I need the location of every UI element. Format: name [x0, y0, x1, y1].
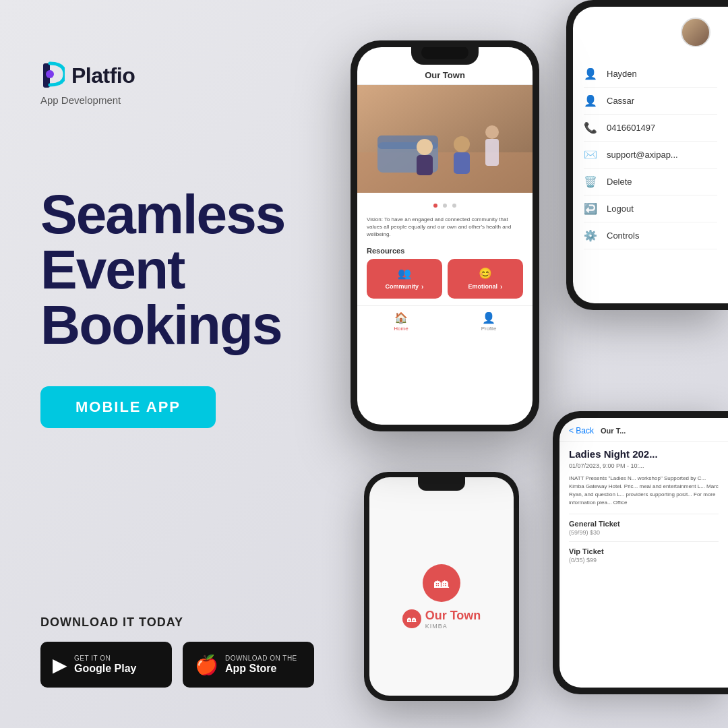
person-icon: 👤 — [584, 67, 597, 80]
avatar — [681, 18, 710, 47]
brand-name: Platfio — [71, 63, 135, 88]
carousel-indicator — [357, 193, 533, 213]
emotional-chevron: › — [500, 283, 502, 291]
menu-item-logout-label: Logout — [607, 204, 634, 214]
event-date: 01/07/2023, 9:00 PM - 10:... — [569, 462, 719, 469]
community-icon: 👥 — [398, 267, 411, 280]
logout-icon: ↩️ — [584, 202, 597, 215]
community-label: Community — [386, 283, 419, 290]
phone-main: Our Town — [351, 40, 539, 431]
nav-profile-label: Profile — [481, 326, 497, 332]
profile-icon: 👤 — [482, 311, 495, 324]
platfio-logo-icon — [40, 61, 65, 90]
menu-item-email-label: support@axipap... — [607, 150, 678, 160]
dot-2 — [452, 204, 456, 208]
person-icon-2: 👤 — [584, 94, 597, 107]
app-image — [357, 85, 533, 193]
menu-item-phone-number: 0416601497 — [607, 123, 655, 133]
resource-cards: 👥 Community › 😊 Emotional › — [357, 259, 533, 305]
dot-1 — [443, 204, 447, 208]
community-card[interactable]: 👥 Community › — [367, 259, 442, 299]
phone-bottom: 🏘 🏘 Our Town KIMBA — [364, 472, 519, 701]
event-header-title: Our T... — [601, 427, 626, 435]
emotional-icon: 😊 — [479, 267, 492, 280]
menu-item-delete[interactable]: 🗑️ Delete — [584, 169, 717, 195]
menu-item-controls-label: Controls — [607, 231, 639, 241]
nav-home-label: Home — [394, 326, 408, 332]
menu-item-delete-label: Delete — [607, 177, 632, 187]
phone-notch-pill — [421, 47, 468, 59]
avatar-row — [584, 18, 717, 47]
svg-point-6 — [417, 139, 433, 155]
controls-icon: ⚙️ — [584, 229, 597, 242]
community-chevron: › — [421, 283, 423, 291]
phone-bottom-screen: 🏘 🏘 Our Town KIMBA — [369, 477, 514, 696]
splash-content: 🏘 🏘 Our Town KIMBA — [369, 477, 514, 696]
menu-item-cassar[interactable]: 👤 Cassar — [584, 88, 717, 115]
menu-item-label-2: Cassar — [607, 96, 634, 106]
app-small-logo: 🏘 — [402, 609, 421, 628]
phone-right-screen: 👤 Hayden 👤 Cassar 📞 0416601497 ✉️ suppor… — [573, 7, 728, 303]
nav-profile[interactable]: 👤 Profile — [445, 311, 533, 332]
menu-item-phone[interactable]: 📞 0416601497 — [584, 115, 717, 142]
menu-item-controls[interactable]: ⚙️ Controls — [584, 222, 717, 249]
google-play-text: GET IT ON Google Play — [74, 655, 136, 675]
profile-content: 👤 Hayden 👤 Cassar 📞 0416601497 ✉️ suppor… — [573, 7, 728, 260]
phone-right-bottom: < Back Our T... Ladies Night 202... 01/0… — [553, 411, 728, 694]
vip-ticket: Vip Ticket (0/35) $99 — [569, 541, 719, 569]
svg-rect-9 — [454, 152, 470, 174]
app-name: Our Town — [425, 609, 481, 623]
vision-text: Vision: To have an engaged and connected… — [357, 213, 533, 244]
menu-item-email[interactable]: ✉️ support@axipap... — [584, 142, 717, 169]
bottom-nav: 🏠 Home 👤 Profile — [357, 305, 533, 334]
google-play-top: GET IT ON — [74, 655, 136, 662]
svg-point-8 — [454, 136, 470, 152]
nav-home[interactable]: 🏠 Home — [357, 311, 445, 332]
app-logo-screen: 🏘 🏘 Our Town KIMBA — [402, 564, 481, 630]
menu-item-logout[interactable]: ↩️ Logout — [584, 195, 717, 222]
app-sub-name: KIMBA — [425, 623, 481, 630]
svg-rect-11 — [485, 139, 499, 166]
emotional-card[interactable]: 😊 Emotional › — [448, 259, 523, 299]
phone-screen-content: Our Town — [357, 65, 533, 334]
emotional-label: Emotional — [468, 283, 498, 290]
menu-item-label: Hayden — [607, 69, 637, 79]
menu-item-hayden[interactable]: 👤 Hayden — [584, 61, 717, 88]
event-detail-content: Ladies Night 202... 01/07/2023, 9:00 PM … — [559, 442, 728, 576]
vip-ticket-title: Vip Ticket — [569, 547, 719, 555]
phone-right-bottom-screen: < Back Our T... Ladies Night 202... 01/0… — [559, 418, 728, 688]
general-ticket-info: (59/99) $30 — [569, 529, 719, 536]
home-icon: 🏠 — [394, 311, 408, 324]
event-title: Ladies Night 202... — [569, 448, 719, 460]
general-ticket-title: General Ticket — [569, 520, 719, 528]
svg-point-1 — [46, 70, 54, 78]
event-description: INATT Presents "Ladies N... workshop" Su… — [569, 475, 719, 507]
phone-bottom-notch — [418, 477, 465, 491]
event-header: < Back Our T... — [559, 418, 728, 442]
apple-icon: 🍎 — [195, 654, 218, 676]
app-logo-icon: 🏘 — [423, 564, 460, 602]
vip-ticket-info: (0/35) $99 — [569, 557, 719, 564]
phone-notch — [411, 47, 479, 65]
svg-point-10 — [485, 125, 499, 139]
google-play-button[interactable]: ▶ GET IT ON Google Play — [40, 642, 172, 688]
svg-rect-7 — [417, 155, 433, 175]
app-header: Our Town — [357, 65, 533, 85]
email-icon: ✉️ — [584, 148, 597, 161]
phone-right-top: 👤 Hayden 👤 Cassar 📞 0416601497 ✉️ suppor… — [566, 0, 728, 310]
dot-active — [433, 204, 437, 208]
resources-title: Resources — [357, 244, 533, 259]
delete-icon: 🗑️ — [584, 175, 597, 188]
cta-button[interactable]: MOBILE APP — [40, 386, 216, 428]
google-play-icon: ▶ — [53, 654, 67, 676]
general-ticket: General Ticket (59/99) $30 — [569, 514, 719, 541]
phone-main-screen: Our Town — [357, 47, 533, 425]
app-scene-svg — [357, 85, 533, 193]
phones-area: Our Town — [270, 0, 728, 728]
google-play-name: Google Play — [74, 662, 136, 675]
back-button[interactable]: < Back — [569, 426, 594, 435]
phone-icon: 📞 — [584, 121, 597, 134]
